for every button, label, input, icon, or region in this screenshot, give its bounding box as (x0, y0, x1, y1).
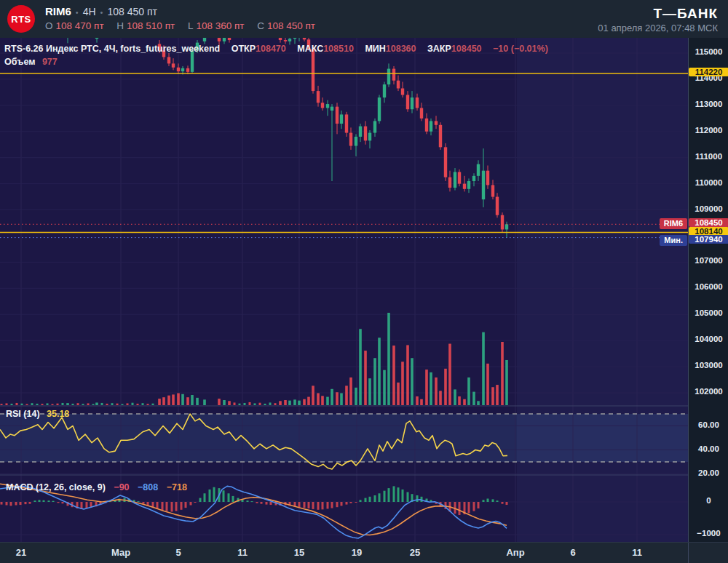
candlestick-chart[interactable] (0, 38, 688, 542)
time-tick: 11 (237, 547, 248, 558)
time-tick: 19 (352, 547, 362, 558)
low-key: L (188, 20, 194, 31)
datetime-label: 01 апреля 2026, 07:48 МСК (598, 23, 718, 33)
rsi-legend: RSI (14) 35.18 (6, 409, 69, 419)
macd-legend: MACD (12, 26, close, 9) −90 −808 −718 (6, 482, 187, 492)
axis-tick: 110000 (689, 178, 728, 187)
close-stat-label: ЗАКР (427, 44, 451, 54)
price-line-chip: RIM6 (660, 218, 687, 229)
time-tick: Апр (506, 547, 524, 558)
symbol-name: RIM6 (45, 5, 71, 17)
time-tick: 6 (570, 547, 575, 558)
macd-label: MACD (12, 26, close, 9) (6, 482, 106, 492)
time-tick: 15 (294, 547, 304, 558)
high-stat-label: МАКС (297, 44, 323, 54)
axis-tick: 40.00 (689, 444, 728, 453)
time-tick: 21 (16, 547, 26, 558)
volume-label: Объем (4, 57, 35, 67)
axis-tick: 115000 (689, 47, 728, 56)
low-stat-label: МИН (365, 44, 385, 54)
high-value: 108 510 пт (127, 20, 175, 31)
axis-tick: 20.00 (689, 468, 728, 477)
header-bar: RTS RIM6•4H•108 450 пт O108 470 пт H108 … (0, 0, 728, 38)
symbol-row: RIM6•4H•108 450 пт (45, 5, 157, 17)
axis-tick: 111000 (689, 152, 728, 161)
chart-area[interactable]: RTS-6.26 Индекс РТС, 4Ч, forts_futures_w… (0, 38, 728, 542)
close-stat-value: 108450 (451, 44, 482, 54)
macd-line-value: −808 (138, 482, 158, 492)
instrument-logo: RTS (7, 5, 35, 33)
axis-tick: 60.00 (689, 420, 728, 429)
dot-separator-icon: • (100, 8, 103, 17)
axis-tick: 0 (689, 496, 728, 505)
close-value: 108 450 пт (267, 20, 315, 31)
change-value: −10 (−0.01%) (493, 44, 548, 54)
tbank-logo: Т—БАНК (653, 6, 718, 22)
price-badge: 107940 (689, 235, 728, 244)
axis-tick: 102000 (689, 387, 728, 396)
open-stat-label: ОТКР (232, 44, 256, 54)
rsi-value: 35.18 (47, 409, 69, 419)
low-stat-value: 108360 (386, 44, 416, 54)
price-badge: 108450 (689, 218, 728, 227)
timeframe-label[interactable]: 4H (83, 6, 96, 17)
axis-tick: 103000 (689, 361, 728, 370)
axis-tick: 105000 (689, 308, 728, 317)
low-value: 108 360 пт (196, 20, 244, 31)
axis-tick: 104000 (689, 335, 728, 343)
time-axis[interactable]: 21Мар511151925Апр611 (0, 542, 728, 563)
price-badge: 114220 (689, 68, 728, 76)
series-legend: RTS-6.26 Индекс РТС, 4Ч, forts_futures_w… (4, 44, 548, 54)
volume-value: 977 (42, 57, 58, 67)
time-tick: 5 (175, 547, 181, 558)
axis-tick: 107000 (689, 256, 728, 265)
price-axis[interactable]: 1150001140001130001120001110001100001090… (688, 38, 728, 542)
close-key: C (257, 20, 264, 31)
last-price: 108 450 пт (107, 6, 157, 17)
time-tick: 11 (632, 547, 642, 558)
axis-corner-separator (688, 543, 689, 563)
price-line-chip: Мин. (660, 235, 687, 246)
high-key: H (116, 20, 124, 31)
macd-hist-value: −90 (114, 482, 129, 492)
open-value: 108 470 пт (56, 20, 104, 31)
time-tick: 25 (410, 547, 420, 558)
time-tick: Мар (111, 547, 130, 558)
axis-tick: 112000 (689, 126, 728, 135)
open-key: O (45, 20, 53, 31)
volume-legend: Объем 977 (4, 57, 58, 67)
series-title: RTS-6.26 Индекс РТС, 4Ч, forts_futures_w… (4, 44, 220, 54)
rsi-label: RSI (14) (6, 409, 40, 419)
axis-tick: 113000 (689, 100, 728, 108)
open-stat-value: 108470 (256, 44, 286, 54)
ohlc-row: O108 470 пт H108 510 пт L108 360 пт C108… (45, 20, 325, 31)
price-badge: 108140 (689, 227, 728, 236)
axis-tick: −1000 (689, 529, 728, 538)
axis-tick: 106000 (689, 282, 728, 291)
trading-terminal: RTS RIM6•4H•108 450 пт O108 470 пт H108 … (0, 0, 728, 563)
dot-separator-icon: • (76, 8, 79, 17)
axis-tick: 109000 (689, 204, 728, 213)
high-stat-value: 108510 (323, 44, 354, 54)
macd-signal-value: −718 (167, 482, 187, 492)
